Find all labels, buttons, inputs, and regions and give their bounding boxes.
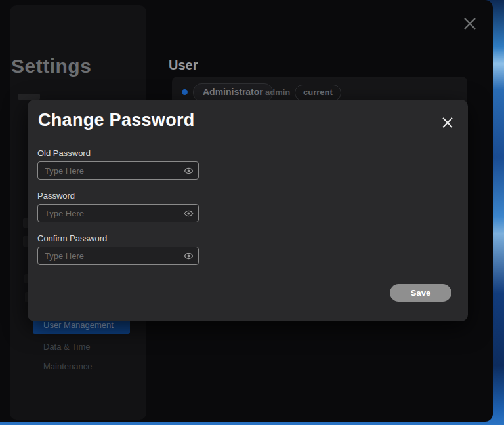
old-password-field-group: Old Password	[37, 148, 208, 180]
toggle-visibility-button[interactable]	[184, 209, 194, 218]
page-close-button[interactable]	[461, 15, 478, 32]
current-status-badge: current	[295, 85, 341, 101]
password-label: Password	[37, 191, 208, 201]
sidebar-item-data-time[interactable]: Data & Time	[43, 342, 91, 352]
modal-close-button[interactable]	[442, 117, 453, 129]
sidebar-item-label: Data & Time	[43, 342, 91, 352]
user-name-badge[interactable]: Administrator	[193, 83, 273, 102]
input-wrapper	[37, 161, 199, 180]
sidebar-item-maintenance[interactable]: Maintenance	[43, 361, 92, 371]
save-button[interactable]: Save	[390, 284, 452, 302]
page-title: Settings	[11, 55, 91, 77]
old-password-label: Old Password	[37, 148, 208, 158]
toggle-visibility-button[interactable]	[184, 166, 194, 176]
confirm-password-input[interactable]	[37, 247, 199, 265]
section-title-user: User	[169, 58, 198, 73]
sidebar-item-label: User Management	[43, 320, 114, 330]
input-wrapper	[37, 247, 199, 265]
eye-icon	[184, 166, 194, 176]
eye-icon	[184, 209, 194, 218]
toggle-visibility-button[interactable]	[184, 251, 194, 261]
occluded-sidebar-item	[18, 94, 40, 100]
new-password-field-group: Password	[37, 191, 208, 222]
selected-user-radio[interactable]	[182, 89, 188, 95]
password-input[interactable]	[37, 204, 199, 222]
close-icon	[442, 117, 453, 129]
old-password-input[interactable]	[37, 161, 199, 180]
confirm-password-label: Confirm Password	[37, 233, 208, 243]
modal-title: Change Password	[38, 110, 195, 131]
close-icon	[461, 15, 478, 32]
input-wrapper	[37, 204, 199, 222]
sidebar-item-label: Maintenance	[43, 361, 92, 371]
eye-icon	[184, 251, 194, 261]
confirm-password-field-group: Confirm Password	[37, 233, 208, 265]
change-password-modal: Change Password Old Password Password	[28, 100, 468, 321]
user-role-label: admin	[265, 87, 290, 97]
